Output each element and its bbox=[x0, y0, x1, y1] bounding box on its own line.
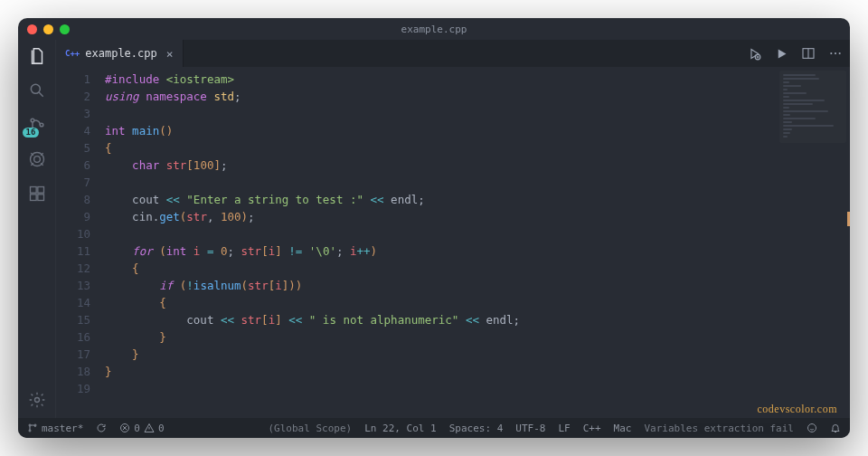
svg-point-15 bbox=[839, 52, 841, 54]
extensions-icon[interactable] bbox=[26, 183, 48, 204]
tab-lang-badge: C++ bbox=[65, 49, 80, 58]
line-number: 3 bbox=[56, 105, 90, 122]
settings-gear-icon[interactable] bbox=[26, 389, 48, 411]
sync-icon bbox=[96, 423, 107, 433]
editor-actions bbox=[745, 40, 844, 67]
status-bar: master* 0 0 (Global Scope) Ln 22, Col 1 … bbox=[18, 418, 850, 438]
code-line bbox=[105, 225, 850, 242]
scroll-indicator bbox=[847, 212, 850, 226]
svg-point-14 bbox=[835, 52, 836, 54]
source-control-icon[interactable] bbox=[26, 114, 48, 136]
svg-rect-9 bbox=[37, 195, 43, 201]
line-number: 14 bbox=[56, 294, 90, 311]
svg-point-13 bbox=[830, 52, 832, 54]
code-line: if (!isalnum(str[i])) bbox=[105, 277, 850, 294]
code-editor[interactable]: 12345678910111213141516171819 #include <… bbox=[56, 67, 850, 418]
split-editor-icon[interactable] bbox=[799, 44, 817, 62]
line-number: 5 bbox=[56, 139, 90, 157]
error-count: 0 bbox=[134, 423, 140, 434]
explorer-icon[interactable] bbox=[26, 45, 48, 67]
svg-point-5 bbox=[33, 157, 40, 163]
main-area: C++ example.cpp × bbox=[56, 40, 850, 418]
code-line bbox=[105, 105, 850, 122]
code-content: #include <iostream>using namespace std;i… bbox=[99, 67, 850, 418]
eol[interactable]: LF bbox=[558, 423, 570, 434]
line-number: 6 bbox=[56, 157, 90, 174]
run-icon[interactable] bbox=[772, 44, 790, 62]
window-title: example.cpp bbox=[18, 24, 850, 35]
line-number: 8 bbox=[56, 191, 90, 208]
svg-point-20 bbox=[808, 424, 816, 432]
svg-point-17 bbox=[29, 430, 31, 432]
line-number: 10 bbox=[56, 225, 90, 242]
feedback-icon[interactable] bbox=[807, 423, 817, 433]
code-line: { bbox=[105, 139, 850, 157]
svg-rect-7 bbox=[37, 187, 43, 194]
minimize-window-button[interactable] bbox=[43, 24, 53, 34]
svg-point-0 bbox=[31, 84, 40, 93]
svg-rect-8 bbox=[30, 195, 36, 201]
code-line: using namespace std; bbox=[105, 88, 850, 105]
line-number: 19 bbox=[56, 380, 90, 397]
code-line: for (int i = 0; str[i] != '\0'; i++) bbox=[105, 242, 850, 260]
line-number-gutter: 12345678910111213141516171819 bbox=[56, 67, 99, 418]
line-number: 17 bbox=[56, 346, 90, 363]
error-icon bbox=[119, 423, 130, 433]
editor-window: example.cpp bbox=[18, 18, 850, 438]
svg-point-10 bbox=[34, 398, 39, 403]
line-number: 1 bbox=[56, 71, 90, 88]
svg-point-16 bbox=[29, 424, 31, 426]
svg-rect-6 bbox=[30, 187, 36, 194]
close-window-button[interactable] bbox=[27, 24, 37, 34]
code-line: } bbox=[105, 328, 850, 346]
line-number: 15 bbox=[56, 311, 90, 328]
scope-indicator[interactable]: (Global Scope) bbox=[268, 423, 352, 434]
cursor-position[interactable]: Ln 22, Col 1 bbox=[364, 423, 436, 434]
zoom-window-button[interactable] bbox=[60, 24, 70, 34]
code-line: int main() bbox=[105, 122, 850, 139]
sync-button[interactable] bbox=[96, 423, 107, 433]
line-number: 13 bbox=[56, 277, 90, 294]
code-line: #include <iostream> bbox=[105, 71, 850, 88]
code-line: } bbox=[105, 363, 850, 380]
svg-point-1 bbox=[31, 119, 34, 122]
debug-config-icon[interactable] bbox=[745, 44, 763, 62]
tab-filename: example.cpp bbox=[85, 47, 156, 60]
code-line: { bbox=[105, 260, 850, 277]
code-line: char str[100]; bbox=[105, 157, 850, 174]
warning-count: 0 bbox=[158, 423, 165, 434]
svg-point-2 bbox=[31, 128, 34, 131]
titlebar: example.cpp bbox=[18, 18, 850, 40]
os-indicator[interactable]: Mac bbox=[614, 423, 632, 434]
traffic-lights bbox=[27, 24, 70, 34]
branch-icon bbox=[27, 423, 38, 433]
line-number: 12 bbox=[56, 260, 90, 277]
line-number: 16 bbox=[56, 328, 90, 346]
status-message[interactable]: Variables extraction fail bbox=[644, 423, 794, 434]
code-line: cout << str[i] << " is not alphanumeric"… bbox=[105, 311, 850, 328]
line-number: 18 bbox=[56, 363, 90, 380]
line-number: 2 bbox=[56, 88, 90, 105]
warning-icon bbox=[144, 423, 155, 433]
code-line bbox=[105, 380, 850, 397]
search-icon[interactable] bbox=[26, 80, 48, 101]
minimap[interactable] bbox=[779, 71, 846, 143]
encoding[interactable]: UTF-8 bbox=[515, 423, 545, 434]
problems[interactable]: 0 0 bbox=[119, 423, 164, 434]
more-actions-icon[interactable] bbox=[826, 44, 844, 62]
git-branch[interactable]: master* bbox=[27, 423, 83, 434]
debug-icon[interactable] bbox=[26, 148, 48, 170]
activity-bar bbox=[18, 40, 56, 418]
code-line bbox=[105, 174, 850, 191]
code-line: { bbox=[105, 294, 850, 311]
indentation[interactable]: Spaces: 4 bbox=[449, 423, 504, 434]
tab-example-cpp[interactable]: C++ example.cpp × bbox=[56, 40, 184, 67]
notifications-icon[interactable] bbox=[830, 423, 841, 433]
line-number: 9 bbox=[56, 208, 90, 225]
code-line: cout << "Enter a string to test :" << en… bbox=[105, 191, 850, 208]
close-tab-icon[interactable]: × bbox=[166, 47, 174, 61]
language-mode[interactable]: C++ bbox=[583, 423, 601, 434]
line-number: 11 bbox=[56, 242, 90, 260]
branch-name: master* bbox=[42, 423, 83, 434]
tab-bar: C++ example.cpp × bbox=[56, 40, 850, 67]
